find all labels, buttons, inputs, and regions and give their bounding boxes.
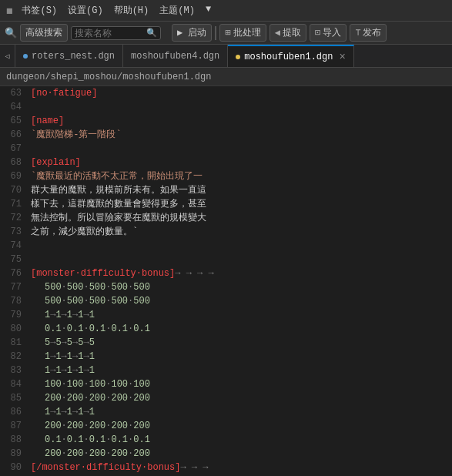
menu-help[interactable]: 帮助(H) bbox=[109, 2, 154, 18]
sidebar-toggle[interactable]: ◁ bbox=[0, 45, 15, 67]
line-number: 64 bbox=[3, 100, 22, 114]
import-icon: ⊡ bbox=[315, 27, 320, 39]
menu-bookmarks[interactable]: 书签(S) bbox=[17, 2, 62, 18]
tab-label: moshoufuben4.dgn bbox=[131, 51, 219, 62]
close-tab-button[interactable]: × bbox=[339, 52, 345, 62]
code-line: 200·200·200·200·200 bbox=[31, 447, 449, 461]
code-line: [no·fatigue] bbox=[31, 86, 449, 100]
line-number: 68 bbox=[3, 156, 22, 169]
breadcrumb-bar: dungeon/shepi_moshou/moshoufuben1.dgn bbox=[0, 68, 452, 86]
extract-button[interactable]: ◀ 提取 bbox=[270, 24, 306, 42]
code-line: 0.1·0.1·0.1·0.1·0.1 bbox=[31, 433, 449, 447]
code-line: [monster·difficulty·bonus]→ → → → bbox=[31, 266, 449, 280]
line-number: 70 bbox=[3, 183, 22, 197]
tab-label: moshoufuben1.dgn bbox=[244, 52, 333, 62]
code-line: 200·200·200·200·200 bbox=[31, 419, 449, 433]
batch-button[interactable]: ⊞ 批处理 bbox=[219, 24, 266, 42]
code-line: [explain] bbox=[31, 156, 449, 169]
line-number: 80 bbox=[3, 322, 22, 336]
code-line: 0.1·0.1·0.1·0.1·0.1 bbox=[31, 322, 449, 336]
line-number: 86 bbox=[3, 405, 22, 419]
tab-moshoufuben4[interactable]: moshoufuben4.dgn bbox=[123, 45, 228, 67]
code-line: `魔獸階梯-第一階段` bbox=[31, 128, 449, 142]
line-number: 63 bbox=[3, 86, 22, 100]
line-number: 66 bbox=[3, 128, 22, 142]
tab-roters-nest[interactable]: roters_nest.dgn bbox=[15, 45, 123, 67]
tab-moshoufuben1[interactable]: moshoufuben1.dgn × bbox=[228, 45, 354, 67]
tab-bar: ◁ roters_nest.dgn moshoufuben4.dgn mosho… bbox=[0, 45, 452, 68]
code-line bbox=[31, 142, 449, 156]
search-input[interactable] bbox=[75, 28, 144, 39]
line-number: 85 bbox=[3, 391, 22, 405]
code-line: 1→1→1→1→1 bbox=[31, 308, 449, 322]
line-number: 69 bbox=[3, 169, 22, 183]
title-bar: ◼ 书签(S) 设置(G) 帮助(H) 主题(M) ▼ bbox=[0, 0, 452, 22]
line-numbers: 6364656667686970717273747576777879808182… bbox=[0, 86, 28, 476]
line-number: 82 bbox=[3, 350, 22, 364]
search-submit-icon: 🔍 bbox=[146, 28, 157, 38]
publish-icon: ⊤ bbox=[355, 27, 360, 39]
code-line: 500·500·500·500·500 bbox=[31, 294, 449, 308]
search-box[interactable]: 🔍 bbox=[71, 26, 161, 40]
code-line: 200·200·200·200·200 bbox=[31, 391, 449, 405]
line-number: 88 bbox=[3, 433, 22, 447]
code-line bbox=[31, 100, 449, 114]
publish-button[interactable]: ⊤ 发布 bbox=[350, 24, 387, 42]
code-line: [/monster·difficulty·bonus]→ → → bbox=[31, 461, 449, 474]
tab-label: roters_nest.dgn bbox=[32, 51, 115, 62]
line-number: 79 bbox=[3, 308, 22, 322]
code-line: 100·100·100·100·100 bbox=[31, 377, 449, 391]
menu-theme[interactable]: 主题(M) bbox=[155, 2, 199, 18]
line-number: 90 bbox=[3, 461, 22, 474]
code-line: 1→1→1→1→1 bbox=[31, 350, 449, 364]
editor: 6364656667686970717273747576777879808182… bbox=[0, 86, 452, 476]
line-number: 72 bbox=[3, 211, 22, 225]
start-button[interactable]: ▶ 启动 bbox=[172, 24, 212, 42]
code-line: 1→1→1→1→1 bbox=[31, 405, 449, 419]
toolbar: 🔍 高级搜索 🔍 ▶ 启动 ⊞ 批处理 ◀ 提取 ⊡ 导入 ⊤ 发布 bbox=[0, 22, 452, 45]
code-line bbox=[31, 239, 449, 253]
extract-icon: ◀ bbox=[275, 27, 280, 39]
menu-more[interactable]: ▼ bbox=[201, 2, 216, 18]
line-number: 84 bbox=[3, 377, 22, 391]
line-number: 81 bbox=[3, 336, 22, 350]
line-number: 75 bbox=[3, 253, 22, 266]
code-line: 之前，減少魔獸的數量。` bbox=[31, 225, 449, 239]
code-line bbox=[31, 253, 449, 266]
line-number: 74 bbox=[3, 239, 22, 253]
line-number: 76 bbox=[3, 266, 22, 280]
code-line: [name] bbox=[31, 114, 449, 128]
search-icon: 🔍 bbox=[5, 27, 17, 39]
line-number: 77 bbox=[3, 280, 22, 294]
line-number: 65 bbox=[3, 114, 22, 128]
app-icon: ◼ bbox=[6, 4, 12, 17]
code-area[interactable]: [no·fatigue] [name]`魔獸階梯-第一階段` [explain]… bbox=[28, 86, 452, 476]
line-number: 67 bbox=[3, 142, 22, 156]
line-number: 78 bbox=[3, 294, 22, 308]
import-button[interactable]: ⊡ 导入 bbox=[310, 24, 347, 42]
code-line: `魔獸最近的活動不太正常，開始出現了一 bbox=[31, 169, 449, 183]
tab-dot bbox=[23, 54, 28, 59]
menu-bar: 书签(S) 设置(G) 帮助(H) 主题(M) ▼ bbox=[17, 2, 216, 18]
menu-settings[interactable]: 设置(G) bbox=[63, 2, 108, 18]
line-number: 87 bbox=[3, 419, 22, 433]
line-number: 71 bbox=[3, 197, 22, 211]
breadcrumb: dungeon/shepi_moshou/moshoufuben1.dgn bbox=[6, 72, 211, 82]
code-line: 無法控制。所以冒險家要在魔獸的規模變大 bbox=[31, 211, 449, 225]
code-line: 5→5→5→5→5 bbox=[31, 336, 449, 350]
code-line: 群大量的魔獸，規模前所未有。如果一直這 bbox=[31, 183, 449, 197]
line-number: 73 bbox=[3, 225, 22, 239]
tab-dot-modified bbox=[236, 55, 240, 59]
line-number: 89 bbox=[3, 447, 22, 461]
line-number: 83 bbox=[3, 364, 22, 377]
code-line: 500·500·500·500·500 bbox=[31, 280, 449, 294]
batch-icon: ⊞ bbox=[225, 27, 230, 39]
code-line: 1→1→1→1→1 bbox=[31, 364, 449, 377]
code-line: 樣下去，這群魔獸的數量會變得更多，甚至 bbox=[31, 197, 449, 211]
advanced-search-button[interactable]: 高级搜索 bbox=[20, 24, 68, 42]
